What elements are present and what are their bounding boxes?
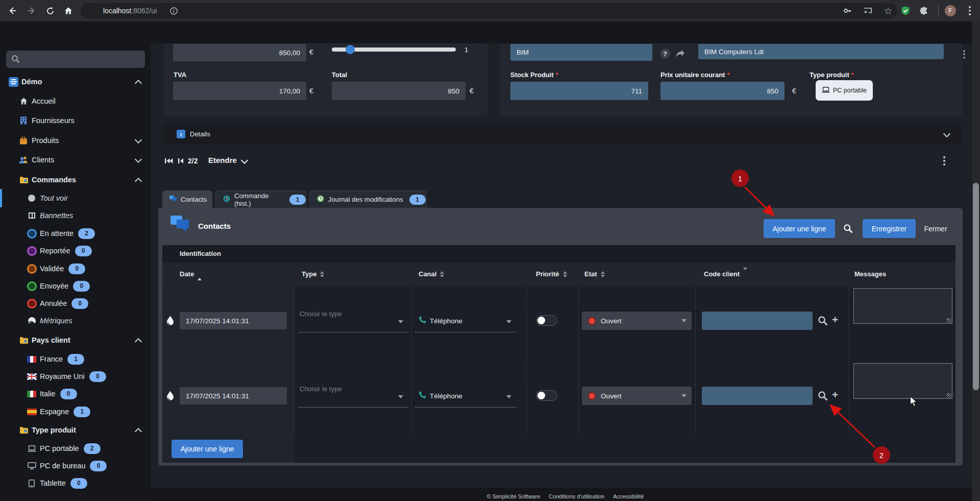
add-line-button-bottom[interactable]: Ajouter une ligne — [172, 440, 243, 458]
address-bar[interactable]: localhost:8062/ui — [81, 3, 897, 18]
sidebar-item-metriques[interactable]: Métriques — [0, 313, 151, 329]
sidebar-item-envoyee[interactable]: Envoyée0 — [0, 278, 151, 294]
canal-select[interactable]: Téléphone — [414, 384, 517, 408]
footer-accessibility-link[interactable]: Accessibilité — [613, 493, 644, 499]
column-group-header: Identification — [162, 245, 955, 263]
record-menu-icon[interactable] — [943, 156, 945, 165]
product-type-button[interactable]: PC portable — [816, 80, 873, 101]
amount-field[interactable]: 850,00 — [173, 44, 306, 61]
date-input[interactable]: 17/07/2025 14:01:31 — [180, 312, 287, 329]
priority-toggle[interactable] — [536, 315, 557, 326]
install-cast-icon[interactable] — [862, 5, 874, 17]
browser-home-icon[interactable] — [62, 5, 75, 17]
clear-row-icon[interactable] — [166, 316, 175, 328]
sidebar-item-en-attente[interactable]: En attente2 — [0, 225, 151, 242]
sidebar-item-accueil[interactable]: Accueil — [0, 93, 151, 109]
stock-field[interactable]: 711 — [510, 82, 648, 100]
quantity-slider-knob[interactable] — [346, 45, 355, 54]
save-button[interactable]: Enregistrer — [863, 219, 916, 238]
site-info-icon[interactable] — [167, 5, 180, 17]
clear-row-icon[interactable] — [166, 391, 175, 403]
page-scrollbar-thumb[interactable] — [973, 183, 979, 390]
bookmark-star-icon[interactable]: ☆ — [882, 5, 894, 17]
profile-avatar[interactable]: F — [944, 5, 957, 17]
previous-page-icon[interactable] — [178, 157, 184, 166]
lookup-search-icon[interactable] — [818, 316, 828, 328]
column-header-code-client[interactable]: Code client — [704, 270, 747, 278]
sidebar-item-validee[interactable]: Validée0 — [0, 260, 151, 277]
type-select[interactable]: Choisir le type — [299, 384, 408, 408]
footer-terms-link[interactable]: Conditions d'utilisation — [549, 493, 604, 499]
etat-select[interactable]: Ouvert — [582, 312, 692, 330]
tab-commande-hist[interactable]: Commande (hist.) 1 — [215, 190, 306, 208]
code-client-input[interactable] — [702, 387, 813, 405]
sidebar-item-pays-client[interactable]: Pays client — [0, 332, 151, 348]
column-header-type[interactable]: Type — [302, 270, 324, 278]
create-new-icon[interactable]: + — [832, 389, 838, 401]
sidebar-item-fournisseurs[interactable]: Fournisseurs — [0, 112, 151, 129]
open-record-icon[interactable] — [674, 47, 687, 60]
annotation-step-1: 1 — [731, 170, 749, 187]
sidebar-item-espagne[interactable]: Espagne1 — [0, 403, 151, 420]
bim-code-field[interactable]: BIM — [510, 44, 652, 61]
help-icon[interactable]: ? — [658, 47, 672, 60]
message-textarea[interactable] — [853, 363, 952, 399]
browser-menu-icon[interactable] — [964, 5, 976, 17]
tab-journal-modifications[interactable]: Journal des modifications 1 — [309, 190, 427, 208]
column-header-priorite[interactable]: Priorité — [536, 270, 567, 278]
chevron-up-icon — [135, 428, 142, 435]
sidebar-item-italie[interactable]: Italie0 — [0, 386, 151, 402]
sidebar-item-produits[interactable]: Produits — [0, 132, 151, 149]
type-select[interactable]: Choisir le type — [299, 309, 408, 332]
canal-select[interactable]: Téléphone — [414, 309, 517, 332]
browser-reload-icon[interactable] — [44, 5, 56, 17]
sidebar-item-type-produit[interactable]: Type produit — [0, 422, 151, 438]
table-search-icon[interactable] — [843, 224, 853, 235]
sidebar-item-tablette[interactable]: Tablette0 — [0, 475, 151, 491]
sidebar-item-clients[interactable]: Clients — [0, 152, 151, 168]
priority-toggle[interactable] — [536, 390, 557, 401]
tab-contacts[interactable]: Contacts — [162, 190, 212, 208]
chevron-up-icon — [135, 80, 142, 87]
sidebar-item-france[interactable]: France1 — [0, 351, 151, 367]
column-header-canal[interactable]: Canal — [419, 270, 444, 278]
sidebar-search-input[interactable] — [6, 51, 145, 68]
total-field[interactable]: 850 — [332, 82, 465, 100]
tva-field[interactable]: 170,00 — [173, 82, 306, 100]
column-header-etat[interactable]: Etat — [584, 270, 605, 278]
date-input[interactable]: 17/07/2025 14:01:31 — [180, 387, 287, 404]
lookup-search-icon[interactable] — [818, 391, 828, 403]
code-client-input[interactable] — [702, 312, 813, 330]
sidebar-item-royaume-uni[interactable]: Royaume Uni0 — [0, 368, 151, 385]
sidebar-item-annulee[interactable]: Annulée0 — [0, 295, 151, 312]
sidebar-item-reportee[interactable]: Reportée0 — [0, 243, 151, 259]
password-key-icon[interactable] — [841, 5, 853, 17]
pie-icon — [27, 317, 37, 325]
resize-handle-icon[interactable] — [947, 393, 951, 398]
expand-dropdown[interactable]: Etendre — [208, 156, 237, 164]
first-page-icon[interactable] — [164, 157, 173, 166]
adblock-shield-icon[interactable] — [899, 5, 912, 17]
resize-handle-icon[interactable] — [947, 318, 951, 323]
sidebar-item-demo[interactable]: Démo — [0, 74, 151, 90]
add-line-button-top[interactable]: Ajouter une ligne — [764, 219, 835, 238]
sidebar-item-tout-voir[interactable]: Tout voir — [0, 190, 151, 206]
people-icon — [18, 156, 29, 163]
browser-back-icon[interactable] — [6, 5, 18, 17]
sidebar-item-commandes[interactable]: Commandes — [0, 172, 151, 188]
extensions-puzzle-icon[interactable] — [918, 5, 930, 17]
sidebar-item-pc-de-bureau[interactable]: PC de bureau0 — [0, 458, 151, 474]
unit-price-field[interactable]: 850 — [660, 82, 785, 100]
column-header-date[interactable]: Date — [180, 270, 202, 278]
sidebar-item-bannettes[interactable]: Bannettes — [0, 207, 151, 224]
sidebar-item-pc-portable[interactable]: PC portable2 — [0, 440, 151, 457]
message-textarea[interactable] — [853, 288, 952, 324]
details-section-bar[interactable]: i Details — [163, 125, 963, 144]
chevron-up-icon — [135, 178, 142, 185]
supplier-name-field[interactable]: BIM Computers Ldt — [698, 44, 944, 59]
footer-copyright: © Simplicité Software — [487, 493, 541, 499]
create-new-icon[interactable]: + — [832, 314, 838, 326]
etat-select[interactable]: Ouvert — [582, 387, 692, 405]
close-button[interactable]: Fermer — [918, 219, 953, 238]
browser-forward-icon[interactable] — [26, 5, 38, 17]
